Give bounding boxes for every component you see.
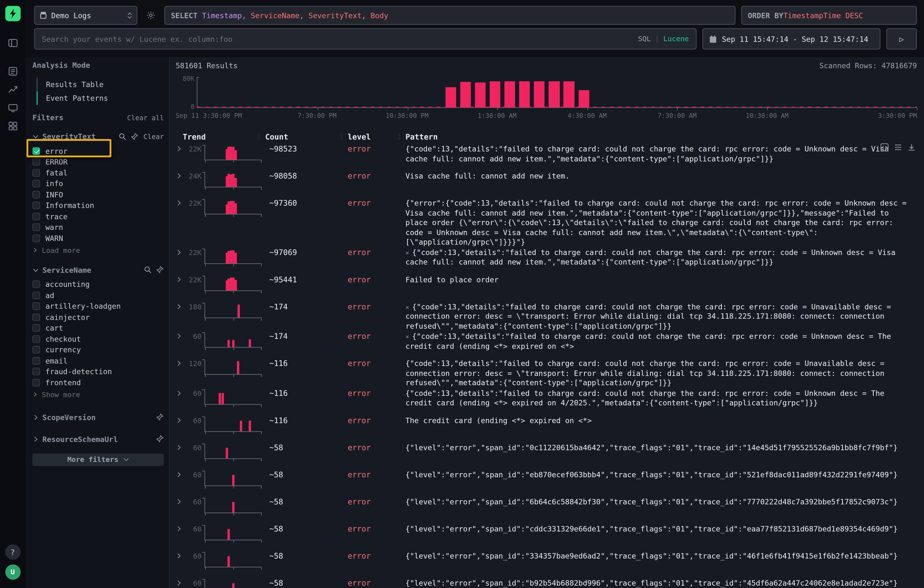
sessions-icon[interactable] xyxy=(7,102,18,113)
events-histogram[interactable]: 80K 0 Sep 11 3:30:00 PM7:30:00 PM10:30:0… xyxy=(175,77,917,120)
expand-chevron-icon[interactable] xyxy=(175,301,183,310)
download-icon[interactable] xyxy=(908,143,916,152)
pattern-row[interactable]: 60~116error{"code":13,"details":"failed … xyxy=(175,388,917,415)
filter-option-fraud-detection[interactable]: fraud-detection xyxy=(33,366,164,377)
pattern-row[interactable]: 60~58error{"level":"error","span_id":"6b… xyxy=(175,496,917,524)
expand-chevron-icon[interactable] xyxy=(175,442,183,450)
histogram-bar[interactable] xyxy=(549,81,559,107)
expand-chevron-icon[interactable] xyxy=(175,331,183,339)
histogram-bar[interactable] xyxy=(446,87,456,107)
filter-option-trace[interactable]: trace xyxy=(33,211,164,222)
filter-more-link[interactable]: Show more xyxy=(33,389,164,400)
expand-chevron-icon[interactable] xyxy=(175,550,183,559)
filter-option-information[interactable]: Information xyxy=(33,200,164,211)
filter-option-currency[interactable]: currency xyxy=(33,344,164,355)
column-resize-handle[interactable]: ⋮ xyxy=(396,133,402,140)
pattern-row[interactable]: 60~174error×{"code":13,"details":"failed… xyxy=(175,331,917,358)
checkbox[interactable] xyxy=(33,147,40,155)
filter-group-header-servicename[interactable]: ServiceName xyxy=(33,265,164,274)
expand-chevron-icon[interactable] xyxy=(175,524,183,532)
expand-chevron-icon[interactable] xyxy=(175,415,183,423)
order-by-input[interactable]: ORDER BY TimestampTime DESC xyxy=(741,6,917,25)
filter-option-error[interactable]: ERROR xyxy=(33,156,164,167)
checkbox[interactable] xyxy=(33,169,40,176)
help-button[interactable]: ? xyxy=(5,544,20,560)
filter-option-cart[interactable]: cart xyxy=(33,323,164,333)
expand-chevron-icon[interactable] xyxy=(175,274,183,283)
pin-icon[interactable] xyxy=(155,413,164,421)
dashboards-icon[interactable] xyxy=(7,121,18,131)
search-logs-icon[interactable] xyxy=(7,66,18,77)
histogram-bar[interactable] xyxy=(490,82,501,107)
checkbox[interactable] xyxy=(33,346,40,354)
histogram-bar[interactable] xyxy=(475,82,486,107)
filter-option-error[interactable]: error xyxy=(33,146,164,156)
checkbox[interactable] xyxy=(33,191,40,198)
expand-chevron-icon[interactable] xyxy=(175,578,183,586)
pin-icon[interactable] xyxy=(155,435,164,443)
filter-option-frontend[interactable]: frontend xyxy=(33,377,164,388)
source-settings-gear-icon[interactable] xyxy=(143,6,158,25)
pattern-row[interactable]: 180~174error×{"code":13,"details":"faile… xyxy=(175,301,917,331)
expand-chevron-icon[interactable] xyxy=(175,198,183,206)
pin-icon[interactable] xyxy=(130,132,139,141)
filter-search-icon[interactable] xyxy=(119,132,127,141)
pattern-row[interactable]: 22K~97360error{"error":{"code":13,"detai… xyxy=(175,198,917,247)
clear-all-filters-link[interactable]: Clear all xyxy=(127,113,164,122)
filter-group-header-severitytext[interactable]: SeverityTextClear xyxy=(33,132,164,141)
row-density-icon[interactable] xyxy=(894,143,902,152)
sidebar-toggle-icon[interactable] xyxy=(7,38,18,48)
source-select[interactable]: Demo Logs xyxy=(34,6,137,25)
column-header-count[interactable]: Count⋮ xyxy=(265,132,348,141)
pattern-row[interactable]: 22K~97069error×{"code":13,"details":"fai… xyxy=(175,247,917,274)
view-code-icon[interactable] xyxy=(880,143,889,152)
filter-option-accounting[interactable]: accounting xyxy=(33,279,164,290)
filter-option-artillery-loadgen[interactable]: artillery-loadgen xyxy=(33,301,164,311)
checkbox[interactable] xyxy=(33,280,40,288)
column-resize-handle[interactable]: ⋮ xyxy=(338,133,344,140)
lucene-mode-toggle[interactable]: Lucene xyxy=(663,35,689,43)
expand-chevron-icon[interactable] xyxy=(175,247,183,255)
checkbox[interactable] xyxy=(33,158,40,166)
column-header-trend[interactable]: Trend⋮ xyxy=(183,132,265,141)
expand-chevron-icon[interactable] xyxy=(175,358,183,366)
histogram-bar[interactable] xyxy=(534,82,545,107)
pattern-row[interactable]: 24K~98058errorVisa cache full: cannot ad… xyxy=(175,171,917,198)
filter-search-icon[interactable] xyxy=(144,266,152,274)
filter-option-info[interactable]: info xyxy=(33,178,164,189)
histogram-bar[interactable] xyxy=(505,82,515,107)
checkbox[interactable] xyxy=(33,335,40,343)
histogram-bar[interactable] xyxy=(460,82,471,107)
filter-clear-link[interactable]: Clear xyxy=(144,132,164,141)
filter-group-header-scopeversion[interactable]: ScopeVersion xyxy=(33,413,164,422)
checkbox[interactable] xyxy=(33,368,40,376)
search-input[interactable]: Search your events w/ Lucene ex. column:… xyxy=(34,28,697,49)
checkbox[interactable] xyxy=(33,357,40,364)
pattern-row[interactable]: 60~58error{"level":"error","span_id":"0c… xyxy=(175,442,917,469)
filter-option-email[interactable]: email xyxy=(33,355,164,366)
column-header-level[interactable]: level⋮ xyxy=(348,132,406,141)
pattern-row[interactable]: 22K~95441errorFailed to place order xyxy=(175,274,917,301)
date-range-picker[interactable]: Sep 11 15:47:14 - Sep 12 15:47:14 xyxy=(703,28,880,49)
pattern-row[interactable]: 60~116errorThe credit card (ending <*> e… xyxy=(175,415,917,442)
analysis-mode-event-patterns[interactable]: Event Patterns xyxy=(36,91,164,105)
checkbox[interactable] xyxy=(33,313,40,321)
filter-more-link[interactable]: Load more xyxy=(33,245,164,255)
pattern-row[interactable]: 120~116error{"code":13,"details":"failed… xyxy=(175,358,917,388)
filter-option-warn[interactable]: WARN xyxy=(33,233,164,244)
more-filters-button[interactable]: More filters xyxy=(33,453,164,466)
histogram-bar[interactable] xyxy=(578,90,589,107)
filter-option-warn[interactable]: warn xyxy=(33,222,164,233)
checkbox[interactable] xyxy=(33,303,40,310)
checkbox[interactable] xyxy=(33,223,40,231)
filter-group-header-resourceschemaurl[interactable]: ResourceSchemaUrl xyxy=(33,435,164,443)
filter-option-ad[interactable]: ad xyxy=(33,290,164,301)
filter-option-cainjector[interactable]: cainjector xyxy=(33,312,164,323)
expand-chevron-icon[interactable] xyxy=(175,469,183,478)
run-query-button[interactable]: ▷ xyxy=(886,28,917,49)
expand-chevron-icon[interactable] xyxy=(175,496,183,505)
sql-mode-toggle[interactable]: SQL xyxy=(638,35,651,43)
pin-icon[interactable] xyxy=(155,266,164,274)
checkbox[interactable] xyxy=(33,324,40,332)
histogram-bar[interactable] xyxy=(564,82,574,107)
